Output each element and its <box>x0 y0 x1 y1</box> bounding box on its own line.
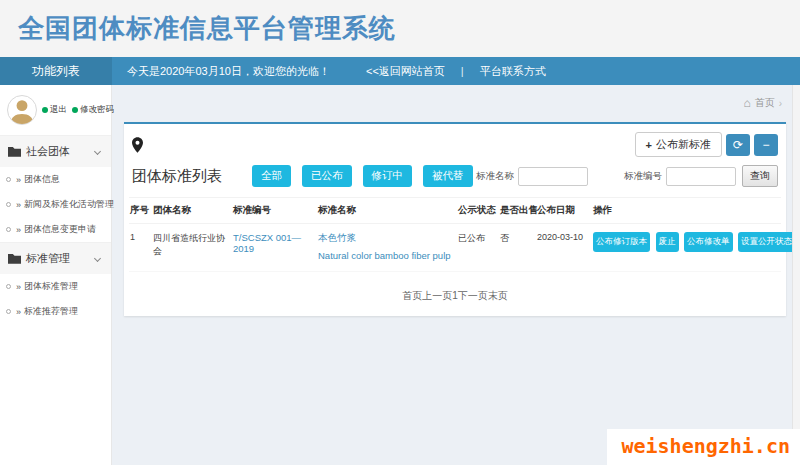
sidebar-item-label: 团体标准管理 <box>24 280 78 293</box>
panel-tools: + 公布新标准 ⟳ − <box>635 132 778 157</box>
filter-replaced-button[interactable]: 被代替 <box>423 165 473 187</box>
sidebar-item-group-info[interactable]: » 团体信息 <box>0 167 111 192</box>
standard-table: 序号 团体名称 标准编号 标准名称 公示状态 是否出售 公布日期 操作 1 <box>129 197 781 272</box>
abolish-button[interactable]: 废止 <box>656 232 679 252</box>
sidebar-item-label: 新闻及标准化活动管理 <box>24 198 114 211</box>
menu-section-social-groups[interactable]: 社会团体 <box>0 135 111 167</box>
map-pin-icon <box>132 137 143 153</box>
back-home-link[interactable]: <<返回网站首页 <box>366 57 445 85</box>
sidebar-item-info-change-request[interactable]: » 团体信息变更申请 <box>0 217 111 242</box>
publish-amendment-button[interactable]: 公布修改单 <box>684 232 733 252</box>
item-prefix: » <box>16 175 21 185</box>
standard-code-link[interactable]: T/SCSZX 001—2019 <box>233 232 301 254</box>
contact-link[interactable]: 平台联系方式 <box>480 57 546 85</box>
sidebar-item-news-management[interactable]: » 新闻及标准化活动管理 <box>0 192 111 217</box>
circle-bullet-icon <box>6 309 11 314</box>
folder-icon <box>8 253 21 264</box>
circle-bullet-icon <box>6 202 11 207</box>
collapse-button[interactable]: − <box>754 134 778 156</box>
circle-bullet-icon <box>6 284 11 289</box>
circle-bullet-icon <box>6 177 11 182</box>
page-header: 全国团体标准信息平台管理系统 <box>0 0 800 57</box>
top-navbar: 功能列表 今天是2020年03月10日，欢迎您的光临！ <<返回网站首页 | 平… <box>0 57 800 85</box>
chevron-down-icon <box>94 255 101 262</box>
page-next[interactable]: 下一页 <box>458 290 488 301</box>
user-links: 退出 修改密码 <box>42 104 114 116</box>
table-header-row: 序号 团体名称 标准编号 标准名称 公示状态 是否出售 公布日期 操作 <box>129 198 781 224</box>
breadcrumb-home-label[interactable]: 首页 <box>755 96 775 110</box>
col-org-name: 团体名称 <box>152 198 232 224</box>
menu-section-label: 标准管理 <box>26 251 70 266</box>
page-last[interactable]: 末页 <box>488 290 508 301</box>
user-panel: 退出 修改密码 <box>0 85 111 135</box>
watermark: weishengzhi.cn <box>607 429 800 465</box>
col-actions: 操作 <box>592 198 781 224</box>
table-row: 1 四川省造纸行业协会 T/SCSZX 001—2019 本色竹浆 Natura… <box>129 224 781 272</box>
chevron-down-icon <box>94 148 101 155</box>
publish-revision-button[interactable]: 公布修订版本 <box>593 232 650 252</box>
standard-code-label: 标准编号 <box>624 170 662 183</box>
standard-name-en-link[interactable]: Natural color bamboo fiber pulp <box>318 250 456 261</box>
main-content: ⌂ 首页 › + 公布新标准 ⟳ − <box>112 85 800 465</box>
filter-published-button[interactable]: 已公布 <box>302 165 352 187</box>
user-icon <box>8 96 36 124</box>
col-publish-date: 公布日期 <box>536 198 592 224</box>
col-for-sale: 是否出售 <box>499 198 536 224</box>
sidebar-item-label: 团体信息变更申请 <box>24 223 96 236</box>
cell-publish-date: 2020-03-10 <box>536 224 592 272</box>
refresh-button[interactable]: ⟳ <box>726 134 750 156</box>
breadcrumb[interactable]: ⌂ 首页 › <box>743 96 782 110</box>
standard-name-cn-link[interactable]: 本色竹浆 <box>318 232 356 243</box>
filter-revising-button[interactable]: 修订中 <box>363 165 413 187</box>
circle-bullet-icon <box>6 227 11 232</box>
col-standard-name: 标准名称 <box>317 198 457 224</box>
standard-list-panel: + 公布新标准 ⟳ − 团体标准列表 全部 已公布 修订中 被代替 <box>124 122 786 316</box>
change-password-label: 修改密码 <box>80 104 114 116</box>
page-title: 全国团体标准信息平台管理系统 <box>18 11 396 46</box>
standard-name-input[interactable] <box>518 167 588 186</box>
publish-new-standard-label: 公布新标准 <box>656 137 711 152</box>
panel-filter-row: 团体标准列表 全部 已公布 修订中 被代替 标准名称 标准编号 查询 <box>129 165 781 187</box>
sidebar: 退出 修改密码 社会团体 » <box>0 85 112 465</box>
filter-all-button[interactable]: 全部 <box>252 165 291 187</box>
function-list-toggle[interactable]: 功能列表 <box>0 57 112 85</box>
scrollbar-track[interactable] <box>792 85 800 465</box>
status-filters: 全部 已公布 修订中 被代替 <box>252 165 473 187</box>
cell-for-sale: 否 <box>499 224 536 272</box>
green-dot-icon <box>72 107 78 113</box>
standard-name-label: 标准名称 <box>476 170 514 183</box>
green-dot-icon <box>42 107 48 113</box>
screen: 全国团体标准信息平台管理系统 功能列表 今天是2020年03月10日，欢迎您的光… <box>0 0 800 465</box>
panel-toolbar: + 公布新标准 ⟳ − <box>129 132 781 157</box>
sidebar-item-label: 标准推荐管理 <box>24 305 78 318</box>
item-prefix: » <box>16 225 21 235</box>
sidebar-item-standard-recommendation[interactable]: » 标准推荐管理 <box>0 299 111 324</box>
col-seq: 序号 <box>129 198 152 224</box>
avatar <box>7 95 37 125</box>
plus-icon: + <box>646 139 652 151</box>
set-public-status-button[interactable]: 设置公开状态 <box>738 232 795 252</box>
query-button[interactable]: 查询 <box>742 165 778 187</box>
logout-label: 退出 <box>50 104 67 116</box>
item-prefix: » <box>16 282 21 292</box>
folder-icon <box>8 146 21 157</box>
sidebar-item-group-standard-management[interactable]: » 团体标准管理 <box>0 274 111 299</box>
page-prev[interactable]: 上一页 <box>422 290 452 301</box>
page-first[interactable]: 首页 <box>402 290 422 301</box>
cell-org-name: 四川省造纸行业协会 <box>152 224 232 272</box>
publish-new-standard-button[interactable]: + 公布新标准 <box>635 132 722 157</box>
standard-code-input[interactable] <box>666 167 736 186</box>
body: 退出 修改密码 社会团体 » <box>0 85 800 465</box>
menu-section-label: 社会团体 <box>26 144 70 159</box>
menu-section-standard-management[interactable]: 标准管理 <box>0 242 111 274</box>
search-bar: 标准名称 标准编号 查询 <box>476 165 778 187</box>
welcome-text: 今天是2020年03月10日，欢迎您的光临！ <box>127 57 330 85</box>
sidebar-item-label: 团体信息 <box>24 173 60 186</box>
sidebar-menu: 社会团体 » 团体信息 » 新闻及标准化活动管理 » 团体信息变更申请 <box>0 135 111 324</box>
logout-link[interactable]: 退出 <box>42 104 67 116</box>
col-standard-code: 标准编号 <box>232 198 317 224</box>
item-prefix: » <box>16 200 21 210</box>
pagination: 首页上一页1下一页末页 <box>129 272 781 316</box>
change-password-link[interactable]: 修改密码 <box>72 104 114 116</box>
home-icon: ⌂ <box>743 97 750 109</box>
